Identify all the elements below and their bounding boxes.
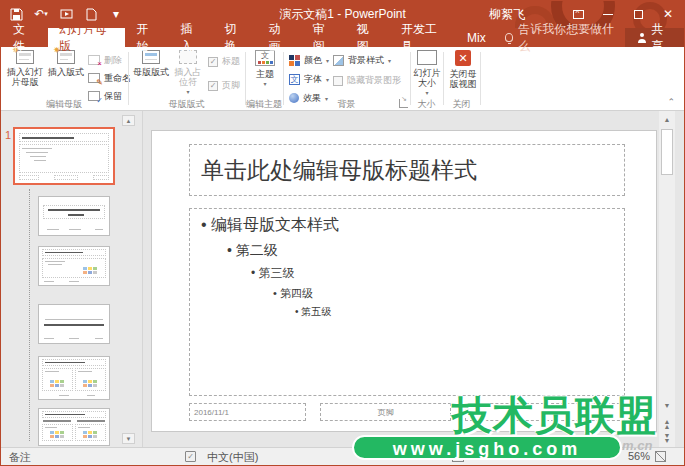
fonts-icon: 文 [289, 74, 300, 85]
scrollbar-thumb[interactable] [661, 129, 673, 175]
previous-slide-icon[interactable]: ▲▲ [660, 419, 674, 433]
group-separator [480, 52, 481, 105]
tell-me-label: 告诉我你想要做什么 [518, 21, 617, 55]
thumbnail-two-content-layout[interactable] [38, 356, 110, 400]
scroll-up-icon[interactable]: ▲ [660, 113, 674, 127]
next-slide-icon[interactable]: ▼▼ [660, 433, 674, 447]
tab-home[interactable]: 开始 [125, 28, 169, 47]
background-styles-icon [333, 55, 344, 66]
fonts-button[interactable]: 文 字体 ▾ [289, 71, 329, 87]
tab-developer[interactable]: 开发工具 [390, 28, 456, 47]
tab-slide-master[interactable]: 幻灯片母版 [48, 28, 125, 47]
panel-scroll-up-icon[interactable]: ▲ [122, 115, 135, 126]
tab-insert[interactable]: 插入 [169, 28, 213, 47]
date-text: 2016/11/1 [194, 408, 229, 417]
layout-connector-line [29, 189, 30, 441]
title-checkbox[interactable]: ✓ 标题 [208, 55, 240, 68]
hide-background-graphics-checkbox[interactable]: 隐藏背景图形 [333, 74, 401, 87]
delete-icon [88, 55, 100, 65]
tab-animations[interactable]: 动画 [258, 28, 302, 47]
tab-view[interactable]: 视图 [346, 28, 390, 47]
powerpoint-window: 演示文稿1 - PowerPoint ↶▾ ▾ 柳絮飞 ✕ 文件 幻灯片母版 开… [0, 0, 685, 466]
notes-button[interactable]: 备注 [9, 450, 31, 465]
person-icon [637, 33, 646, 43]
group-label-edit-theme: 编辑主题 [245, 98, 283, 110]
collapse-ribbon-icon[interactable]: ⌃ [667, 97, 675, 107]
thumbnail-title-slide-layout[interactable] [38, 196, 110, 236]
proofing-icon[interactable]: ✓ [185, 451, 196, 462]
dropdown-caret-icon: ▾ [388, 57, 391, 64]
insert-slide-master-button[interactable]: ✷ 插入幻灯片母版 [5, 50, 45, 87]
scroll-down-icon[interactable]: ▼ [660, 399, 674, 413]
bullet-level-3: 第三级 [201, 265, 624, 282]
close-master-icon: ✕ [455, 50, 471, 66]
close-master-view-button[interactable]: ✕ 关闭母版视图 [446, 50, 480, 89]
ribbon: ✷ 插入幻灯片母版 ✷ 插入版式 删除 重命名 保留 编辑母版 母版版式 插入占… [0, 47, 685, 111]
fit-to-window-icon[interactable] [655, 451, 666, 462]
dropdown-caret-icon: ▾ [425, 88, 428, 98]
date-placeholder[interactable]: 2016/11/1 [189, 403, 306, 421]
dialog-launcher-icon[interactable] [399, 99, 408, 108]
checkbox-checked-icon: ✓ [208, 57, 218, 67]
tab-transitions[interactable]: 切换 [214, 28, 258, 47]
group-label-master-layout: 母版版式 [128, 98, 245, 110]
panel-scroll-down-icon[interactable]: ▼ [122, 433, 135, 444]
slide-master-canvas[interactable]: 单击此处编辑母版标题样式 编辑母版文本样式 第二级 第三级 第四级 第五级 20… [151, 130, 657, 432]
dropdown-caret-icon: ▾ [326, 76, 329, 83]
title-placeholder[interactable]: 单击此处编辑母版标题样式 [189, 144, 625, 196]
footer-text: 页脚 [378, 407, 394, 418]
group-label-background: 背景 [283, 98, 410, 110]
group-label-size: 大小 [410, 98, 443, 110]
bullet-level-1: 编辑母版文本样式 [201, 215, 624, 236]
language-indicator[interactable]: 中文(中国) [207, 450, 258, 465]
thumbnail-slide-master[interactable] [15, 129, 113, 183]
watermark-url-badge: www.jsgho.com [352, 435, 622, 460]
tab-review[interactable]: 审阅 [302, 28, 346, 47]
checkbox-checked-icon: ✓ [208, 81, 218, 91]
tab-file[interactable]: 文件 [0, 28, 48, 47]
checkbox-unchecked-icon [333, 76, 343, 86]
footer-checkbox[interactable]: ✓ 页脚 [208, 79, 240, 92]
dropdown-caret-icon: ▾ [186, 87, 189, 97]
bullet-level-2: 第二级 [201, 242, 624, 260]
bullet-level-4: 第四级 [201, 286, 624, 301]
rename-button[interactable]: 重命名 [88, 70, 131, 86]
lightbulb-icon [505, 33, 513, 42]
thumbnail-comparison-layout[interactable] [38, 408, 110, 446]
group-label-edit-master: 编辑母版 [0, 98, 128, 110]
master-title-text: 单击此处编辑母版标题样式 [201, 155, 477, 186]
bullet-level-5: 第五级 [201, 305, 624, 319]
colors-icon [289, 55, 300, 66]
undo-icon[interactable]: ↶▾ [33, 6, 49, 22]
group-label-close: 关闭 [443, 98, 480, 110]
insert-placeholder-button[interactable]: 插入占位符 ▾ [171, 50, 205, 97]
ribbon-tabs: 文件 幻灯片母版 开始 插入 切换 动画 审阅 视图 开发工具 Mix 告诉我你… [0, 28, 685, 47]
themes-button[interactable]: 文 主题 ▾ [249, 50, 281, 89]
maximize-button[interactable] [623, 0, 653, 28]
slide-number: 1 [5, 129, 11, 141]
vertical-scrollbar[interactable]: ▲ ▼ ▲▲ ▼▼ [659, 111, 675, 447]
dropdown-caret-icon: ▾ [326, 57, 329, 64]
share-button[interactable]: 共享 [625, 28, 685, 47]
thumbnail-section-header-layout[interactable] [38, 304, 110, 344]
slide-thumbnail-panel: 1 ▲ ▼ [0, 111, 143, 447]
tell-me-box[interactable]: 告诉我你想要做什么 [497, 28, 625, 47]
body-placeholder[interactable]: 编辑母版文本样式 第二级 第三级 第四级 第五级 [189, 208, 625, 396]
tab-mix[interactable]: Mix [456, 28, 497, 47]
thumbnail-title-content-layout[interactable] [38, 246, 110, 286]
footer-placeholder[interactable]: 页脚 [320, 403, 451, 421]
slide-size-button[interactable]: 幻灯片大小 ▾ [412, 50, 442, 98]
rename-icon [88, 73, 100, 83]
share-label: 共享 [651, 21, 673, 55]
dropdown-caret-icon: ▾ [263, 79, 266, 89]
